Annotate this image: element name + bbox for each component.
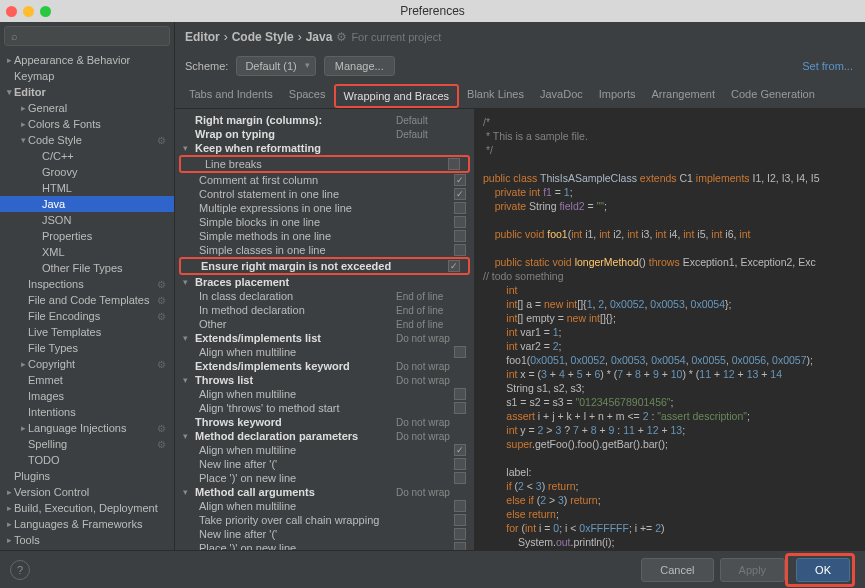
search-input[interactable]: ⌕ — [4, 26, 170, 46]
option-row[interactable]: New line after '(' — [175, 527, 474, 541]
option-row[interactable]: ▾Method call argumentsDo not wrap — [175, 485, 474, 499]
sidebar-item-languages-frameworks[interactable]: ▸Languages & Frameworks — [0, 516, 174, 532]
checkbox[interactable] — [454, 472, 466, 484]
option-value[interactable]: Do not wrap — [396, 375, 466, 386]
checkbox[interactable] — [454, 542, 466, 550]
sidebar-item-xml[interactable]: XML — [0, 244, 174, 260]
option-row[interactable]: In class declarationEnd of line — [175, 289, 474, 303]
option-row[interactable]: Extends/implements keywordDo not wrap — [175, 359, 474, 373]
sidebar-item-build-execution-deployment[interactable]: ▸Build, Execution, Deployment — [0, 500, 174, 516]
option-row[interactable]: ▾Method declaration parametersDo not wra… — [175, 429, 474, 443]
option-row[interactable]: Ensure right margin is not exceeded✓ — [181, 259, 468, 273]
checkbox[interactable] — [454, 244, 466, 256]
checkbox[interactable] — [454, 216, 466, 228]
option-row[interactable]: Align when multiline — [175, 499, 474, 513]
option-row[interactable]: Throws keywordDo not wrap — [175, 415, 474, 429]
sidebar-item-appearance-behavior[interactable]: ▸Appearance & Behavior — [0, 52, 174, 68]
tab-tabs-and-indents[interactable]: Tabs and Indents — [181, 84, 281, 108]
option-row[interactable]: Simple blocks in one line — [175, 215, 474, 229]
tab-wrapping-and-braces[interactable]: Wrapping and Braces — [334, 84, 460, 108]
sidebar-item-copyright[interactable]: ▸Copyright⚙ — [0, 356, 174, 372]
sidebar-item-images[interactable]: Images — [0, 388, 174, 404]
sidebar-item-java[interactable]: Java — [0, 196, 174, 212]
set-from-link[interactable]: Set from... — [802, 60, 853, 72]
minimize-icon[interactable] — [23, 6, 34, 17]
sidebar-item-spelling[interactable]: Spelling⚙ — [0, 436, 174, 452]
option-row[interactable]: Place ')' on new line — [175, 471, 474, 485]
option-row[interactable]: Multiple expressions in one line — [175, 201, 474, 215]
option-value[interactable]: Default — [396, 115, 466, 126]
option-row[interactable]: ▾Keep when reformatting — [175, 141, 474, 155]
options-panel[interactable]: Right margin (columns):DefaultWrap on ty… — [175, 109, 475, 550]
sidebar-item-file-types[interactable]: File Types — [0, 340, 174, 356]
option-row[interactable]: Align 'throws' to method start — [175, 401, 474, 415]
option-value[interactable]: Do not wrap — [396, 487, 466, 498]
sidebar-item-properties[interactable]: Properties — [0, 228, 174, 244]
tab-blank-lines[interactable]: Blank Lines — [459, 84, 532, 108]
checkbox[interactable] — [454, 402, 466, 414]
option-value[interactable]: End of line — [396, 291, 466, 302]
manage-button[interactable]: Manage... — [324, 56, 395, 76]
option-value[interactable]: Do not wrap — [396, 333, 466, 344]
sidebar-item-colors-fonts[interactable]: ▸Colors & Fonts — [0, 116, 174, 132]
help-button[interactable]: ? — [10, 560, 30, 580]
tab-imports[interactable]: Imports — [591, 84, 644, 108]
checkbox[interactable] — [454, 202, 466, 214]
option-row[interactable]: Align when multiline✓ — [175, 443, 474, 457]
sidebar-item-code-style[interactable]: ▾Code Style⚙ — [0, 132, 174, 148]
sidebar-item-intentions[interactable]: Intentions — [0, 404, 174, 420]
checkbox[interactable] — [448, 158, 460, 170]
option-row[interactable]: Take priority over call chain wrapping — [175, 513, 474, 527]
settings-tree[interactable]: ▸Appearance & BehaviorKeymap▾Editor▸Gene… — [0, 50, 174, 550]
option-row[interactable]: Right margin (columns):Default — [175, 113, 474, 127]
option-row[interactable]: Comment at first column✓ — [175, 173, 474, 187]
checkbox[interactable] — [454, 514, 466, 526]
sidebar-item-other-settings[interactable]: ▸Other Settings — [0, 548, 174, 550]
sidebar-item-file-encodings[interactable]: File Encodings⚙ — [0, 308, 174, 324]
option-row[interactable]: Place ')' on new line — [175, 541, 474, 550]
sidebar-item-editor[interactable]: ▾Editor — [0, 84, 174, 100]
checkbox[interactable] — [454, 346, 466, 358]
tab-arrangement[interactable]: Arrangement — [643, 84, 723, 108]
sidebar-item-plugins[interactable]: Plugins — [0, 468, 174, 484]
sidebar-item-keymap[interactable]: Keymap — [0, 68, 174, 84]
sidebar-item-c-c-[interactable]: C/C++ — [0, 148, 174, 164]
ok-button[interactable]: OK — [796, 558, 850, 582]
option-row[interactable]: ▾Extends/implements listDo not wrap — [175, 331, 474, 345]
option-value[interactable]: Do not wrap — [396, 361, 466, 372]
sidebar-item-live-templates[interactable]: Live Templates — [0, 324, 174, 340]
option-value[interactable]: End of line — [396, 319, 466, 330]
sidebar-item-tools[interactable]: ▸Tools — [0, 532, 174, 548]
tab-spaces[interactable]: Spaces — [281, 84, 334, 108]
option-value[interactable]: Do not wrap — [396, 431, 466, 442]
checkbox[interactable] — [454, 528, 466, 540]
checkbox[interactable] — [454, 230, 466, 242]
sidebar-item-other-file-types[interactable]: Other File Types — [0, 260, 174, 276]
checkbox[interactable]: ✓ — [454, 444, 466, 456]
sidebar-item-emmet[interactable]: Emmet — [0, 372, 174, 388]
option-row[interactable]: Simple classes in one line — [175, 243, 474, 257]
sidebar-item-html[interactable]: HTML — [0, 180, 174, 196]
option-row[interactable]: ▾Throws listDo not wrap — [175, 373, 474, 387]
option-value[interactable]: Default — [396, 129, 466, 140]
option-value[interactable]: End of line — [396, 305, 466, 316]
code-style-tabs[interactable]: Tabs and IndentsSpacesWrapping and Brace… — [175, 84, 865, 109]
option-value[interactable]: Do not wrap — [396, 417, 466, 428]
option-row[interactable]: Simple methods in one line — [175, 229, 474, 243]
sidebar-item-todo[interactable]: TODO — [0, 452, 174, 468]
sidebar-item-language-injections[interactable]: ▸Language Injections⚙ — [0, 420, 174, 436]
option-row[interactable]: New line after '(' — [175, 457, 474, 471]
apply-button[interactable]: Apply — [720, 558, 786, 582]
option-row[interactable]: Align when multiline — [175, 387, 474, 401]
option-row[interactable]: In method declarationEnd of line — [175, 303, 474, 317]
sidebar-item-version-control[interactable]: ▸Version Control — [0, 484, 174, 500]
scheme-dropdown[interactable]: Default (1) — [236, 56, 315, 76]
checkbox[interactable] — [454, 388, 466, 400]
sidebar-item-general[interactable]: ▸General — [0, 100, 174, 116]
tab-javadoc[interactable]: JavaDoc — [532, 84, 591, 108]
sidebar-item-inspections[interactable]: Inspections⚙ — [0, 276, 174, 292]
option-row[interactable]: Control statement in one line✓ — [175, 187, 474, 201]
sidebar-item-file-and-code-templates[interactable]: File and Code Templates⚙ — [0, 292, 174, 308]
checkbox[interactable]: ✓ — [454, 188, 466, 200]
maximize-icon[interactable] — [40, 6, 51, 17]
